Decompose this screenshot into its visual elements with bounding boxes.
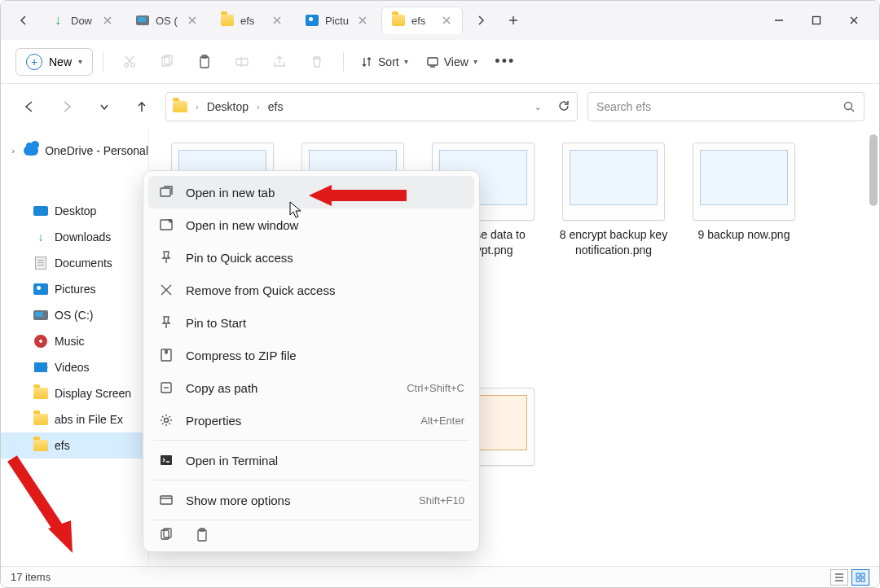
copy-icon[interactable] [158, 527, 174, 543]
sidebar-item-pictures[interactable]: Pictures [1, 276, 148, 302]
more-button[interactable]: ••• [489, 47, 521, 77]
sort-label: Sort [378, 55, 399, 68]
tab-2[interactable]: efs [211, 7, 293, 34]
context-menu-item-open-in-terminal[interactable]: Open in Terminal [148, 444, 474, 476]
sidebar-item-label: efs [55, 439, 70, 452]
minimize-button[interactable] [760, 4, 798, 37]
context-menu-label: Copy as path [186, 381, 395, 395]
sidebar-item-music[interactable]: Music [1, 328, 148, 354]
svg-rect-0 [813, 17, 821, 24]
context-menu-item-pin-to-start[interactable]: Pin to Start [148, 306, 474, 339]
tab-4[interactable]: efs [381, 7, 463, 34]
sort-button[interactable]: Sort ▾ [354, 50, 415, 73]
maximize-button[interactable] [798, 4, 835, 37]
context-menu: Open in new tabOpen in new windowPin to … [143, 170, 480, 552]
sidebar-item-label: Downloads [55, 230, 111, 244]
context-menu-item-pin-to-quick-access[interactable]: Pin to Quick access [148, 241, 474, 274]
sidebar-item-videos[interactable]: Videos [1, 354, 148, 380]
divider [103, 52, 103, 72]
svg-point-9 [845, 103, 852, 110]
sidebar-item-efs[interactable]: efs [1, 432, 148, 459]
context-menu-label: Open in Terminal [186, 454, 464, 467]
search-input[interactable] [596, 100, 836, 113]
chevron-right-icon: › [196, 102, 199, 112]
svg-rect-8 [428, 58, 438, 65]
sidebar-item-desktop[interactable]: Desktop [1, 198, 148, 224]
breadcrumb-efs[interactable]: efs [268, 100, 284, 113]
context-menu-label: Open in new window [186, 218, 464, 232]
delete-button[interactable] [301, 47, 333, 77]
context-menu-item-remove-from-quick-access[interactable]: Remove from Quick access [148, 274, 474, 306]
scrollbar[interactable] [868, 129, 879, 568]
file-item[interactable]: 9 backup now.png [687, 143, 801, 258]
context-menu-item-open-in-new-window[interactable]: Open in new window [148, 208, 474, 241]
context-menu-item-copy-as-path[interactable]: Copy as pathCtrl+Shift+C [148, 371, 474, 404]
context-menu-item-show-more-options[interactable]: Show more optionsShift+F10 [148, 484, 474, 516]
expand-icon[interactable]: › [9, 146, 17, 156]
zip-icon [158, 347, 174, 363]
file-item[interactable]: 8 encrypt backup key notification.png [557, 143, 671, 258]
context-menu-item-compress-to-zip-file[interactable]: Compress to ZIP file [148, 339, 474, 371]
cut-button[interactable] [113, 47, 146, 77]
close-button[interactable] [835, 4, 873, 37]
folder-icon [173, 101, 187, 112]
sidebar-item-documents[interactable]: Documents [1, 250, 148, 276]
nav-recent[interactable] [90, 93, 118, 121]
search-box[interactable] [587, 92, 865, 121]
status-bar: 17 items [1, 566, 879, 587]
rename-button[interactable] [226, 47, 258, 77]
sidebar-item-onedrive[interactable]: › OneDrive - Personal [1, 138, 148, 164]
close-icon[interactable] [270, 13, 284, 28]
close-icon[interactable] [100, 13, 115, 28]
sidebar-item-display-screen[interactable]: Display Screen [1, 380, 148, 406]
context-menu-item-properties[interactable]: PropertiesAlt+Enter [148, 404, 474, 437]
sidebar-item-abs-in-file-ex[interactable]: abs in File Ex [1, 406, 148, 432]
nav-back[interactable] [15, 93, 43, 121]
new-button[interactable]: + New ▾ [15, 48, 93, 76]
sidebar-item-icon [33, 334, 48, 349]
svg-rect-5 [200, 57, 209, 68]
share-button[interactable] [263, 47, 296, 77]
svg-point-18 [165, 419, 169, 423]
sidebar-item-icon [33, 308, 48, 323]
tab-nav-back[interactable] [7, 7, 40, 34]
breadcrumb-desktop[interactable]: Desktop [207, 100, 249, 113]
tab-label: Dow [71, 15, 94, 27]
thumbnails-view-button[interactable] [851, 569, 869, 586]
navigation-pane: › OneDrive - Personal Desktop↓DownloadsD… [1, 129, 149, 568]
context-menu-label: Remove from Quick access [186, 283, 464, 297]
tab-3[interactable]: Pictu [296, 7, 378, 34]
paste-button[interactable] [188, 47, 221, 77]
scrollbar-thumb[interactable] [869, 134, 878, 206]
address-bar[interactable]: › Desktop › efs ⌄ [165, 92, 578, 121]
chevron-down-icon[interactable]: ⌄ [535, 103, 541, 112]
refresh-button[interactable] [557, 99, 570, 115]
view-button[interactable]: View ▾ [420, 50, 484, 73]
tab-0[interactable]: ↓Dow [42, 7, 123, 34]
tab-1[interactable]: OS ( [126, 7, 208, 34]
tab-label: efs [411, 15, 433, 27]
tab-nav-forward[interactable] [464, 7, 497, 34]
sidebar-item-label: Desktop [55, 204, 96, 217]
window-controls [760, 4, 873, 37]
copy-button[interactable] [151, 47, 183, 77]
tab-icon [221, 14, 234, 27]
svg-rect-14 [161, 188, 170, 196]
nav-up[interactable] [128, 93, 156, 121]
svg-rect-7 [236, 59, 248, 65]
close-icon[interactable] [439, 13, 454, 28]
path-icon [158, 380, 174, 396]
paste-icon[interactable] [194, 527, 210, 543]
sidebar-item-downloads[interactable]: ↓Downloads [1, 224, 148, 250]
nav-forward[interactable] [53, 93, 81, 121]
sidebar-item-os-c-[interactable]: OS (C:) [1, 302, 148, 328]
svg-rect-19 [161, 455, 172, 465]
close-icon[interactable] [355, 13, 370, 28]
file-name: 9 backup now.png [698, 227, 790, 243]
chevron-right-icon: › [257, 102, 260, 112]
new-tab-button[interactable] [497, 7, 530, 34]
svg-point-2 [131, 63, 135, 67]
details-view-button[interactable] [830, 569, 848, 586]
close-icon[interactable] [185, 13, 200, 28]
context-menu-item-open-in-new-tab[interactable]: Open in new tab [148, 176, 474, 208]
